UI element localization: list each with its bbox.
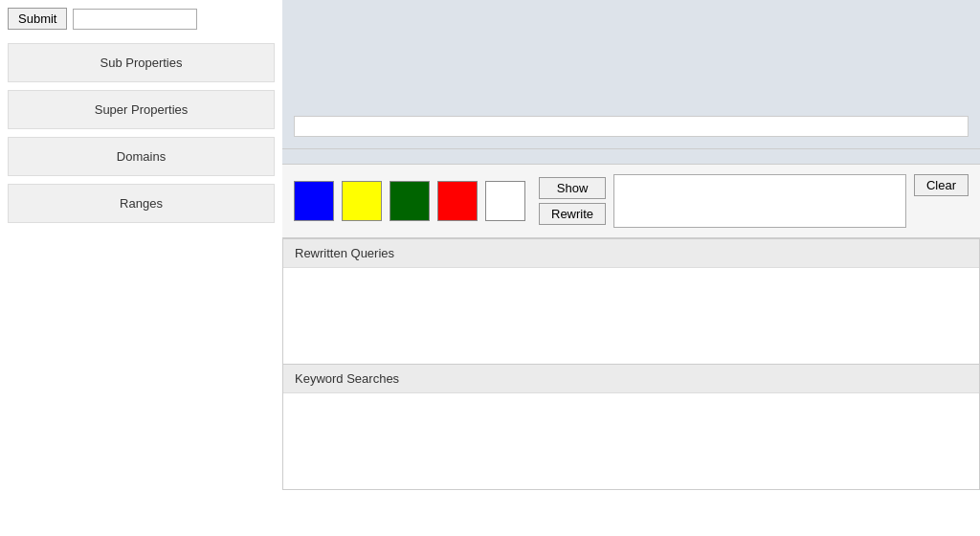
scroll-bar-area[interactable] — [282, 148, 980, 164]
app-layout: Submit Sub Properties Super Properties D… — [0, 0, 980, 536]
sidebar-item-domains[interactable]: Domains — [8, 137, 275, 176]
rewritten-queries-header: Rewritten Queries — [283, 239, 979, 268]
color-swatch-blue[interactable] — [294, 181, 334, 221]
sidebar-item-sub-properties[interactable]: Sub Properties — [8, 43, 275, 82]
controls-row: Show Rewrite Clear — [282, 164, 980, 238]
preview-area — [282, 0, 980, 148]
main-content: Show Rewrite Clear Rewritten Queries Key… — [282, 0, 980, 536]
preview-inner — [294, 116, 969, 137]
top-bar: Submit — [8, 8, 275, 30]
rewrite-button[interactable]: Rewrite — [539, 203, 606, 225]
action-buttons: Show Rewrite — [539, 177, 606, 225]
keyword-searches-section: Keyword Searches — [282, 365, 980, 490]
rewritten-queries-section: Rewritten Queries — [282, 238, 980, 365]
color-swatch-red[interactable] — [437, 181, 478, 221]
color-swatch-green[interactable] — [390, 181, 430, 221]
rewritten-queries-body — [283, 268, 979, 364]
sidebar-item-ranges[interactable]: Ranges — [8, 184, 275, 223]
show-button[interactable]: Show — [539, 177, 606, 199]
color-swatch-white[interactable] — [485, 181, 525, 221]
keyword-searches-body — [283, 393, 979, 489]
clear-button[interactable]: Clear — [914, 174, 969, 196]
sidebar-item-super-properties[interactable]: Super Properties — [8, 90, 275, 129]
color-swatch-yellow[interactable] — [342, 181, 382, 221]
top-input[interactable] — [73, 9, 197, 30]
keyword-searches-header: Keyword Searches — [283, 365, 979, 393]
sections-container: Rewritten Queries Keyword Searches — [282, 238, 980, 536]
query-textarea[interactable] — [613, 174, 906, 228]
sidebar: Submit Sub Properties Super Properties D… — [0, 0, 282, 536]
submit-button[interactable]: Submit — [8, 8, 67, 30]
